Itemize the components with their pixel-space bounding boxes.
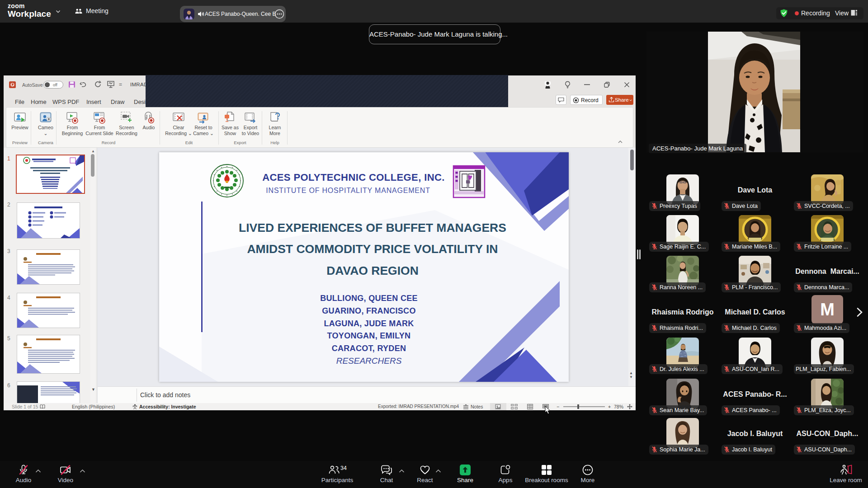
svg-text:DAVAO REGION: DAVAO REGION [326, 264, 419, 277]
svg-text:BULLIONG, QUEEN CEE: BULLIONG, QUEEN CEE [320, 294, 418, 303]
svg-text:RESEARCHERS: RESEARCHERS [336, 356, 402, 366]
svg-text:CARACOT, RYDEN: CARACOT, RYDEN [332, 344, 406, 353]
svg-text:LAGUNA, JUDE MARK: LAGUNA, JUDE MARK [324, 319, 414, 328]
svg-text:TOYONGAN, EMILYN: TOYONGAN, EMILYN [327, 331, 411, 340]
svg-text:LIVED EXPERIENCES OF BUFFET MA: LIVED EXPERIENCES OF BUFFET MANAGERS [239, 221, 506, 235]
svg-text:ACES POLYTECHNIC COLLEGE, INC.: ACES POLYTECHNIC COLLEGE, INC. [262, 172, 445, 183]
svg-text:34: 34 [340, 465, 347, 471]
svg-text:AMIDST COMMODITY PRICE VOLATIL: AMIDST COMMODITY PRICE VOLATILITY IN [247, 242, 498, 256]
svg-text:GUARINO, FRANCISCO: GUARINO, FRANCISCO [322, 306, 415, 315]
svg-text:INSTITUTE OF HOSPITALITY MANAG: INSTITUTE OF HOSPITALITY MANAGEMENT [266, 187, 430, 194]
